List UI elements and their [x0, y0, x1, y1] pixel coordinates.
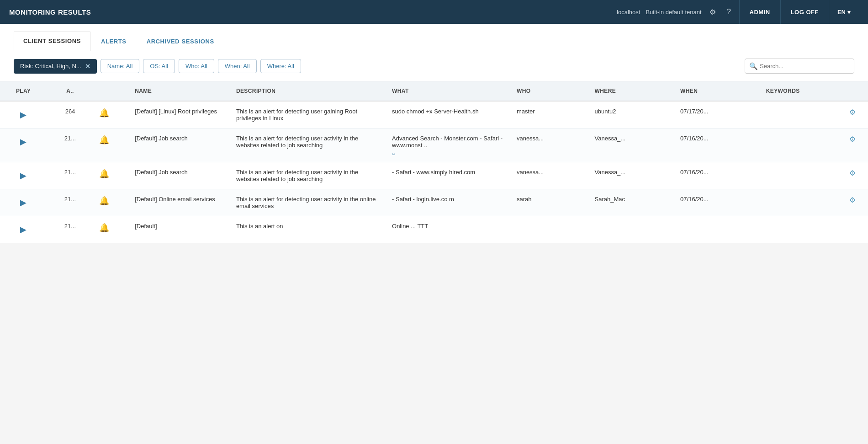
logoff-button[interactable]: LOG OFF [780, 0, 829, 24]
topnav-right: localhost Built-in default tenant ⚙ ? AD… [617, 0, 859, 24]
col-description: DESCRIPTION [231, 81, 386, 101]
who-cell [511, 216, 589, 243]
what-cell: - Safari - www.simply hired.com [386, 162, 511, 189]
gear-cell: ⚙ [837, 189, 868, 216]
keywords-cell [761, 189, 837, 216]
keywords-cell [761, 128, 837, 162]
gear-cell: ⚙ [837, 162, 868, 189]
table-row: ▶21...🔔[Default] Job searchThis is an al… [0, 128, 868, 162]
what-link[interactable]: .. [392, 149, 395, 155]
count-cell: 21... [47, 189, 93, 216]
name-cell: [Default] Job search [129, 128, 231, 162]
what-cell: Online ... TTT [386, 216, 511, 243]
where-filter[interactable]: Where: All [260, 59, 301, 73]
alert-name: [Default] Job search [135, 135, 188, 142]
count-cell: 21... [47, 216, 93, 243]
col-play: PLAY [0, 81, 47, 101]
count-cell: 21... [47, 128, 93, 162]
search-wrapper: 🔍 [745, 59, 854, 74]
gear-icon[interactable]: ⚙ [849, 169, 856, 177]
who-value: vanessa... [517, 169, 544, 176]
col-actions [837, 81, 868, 101]
results-table: PLAY A.. NAME DESCRIPTION WHAT WHO WHERE… [0, 81, 868, 243]
tenant-name: Built-in default tenant [646, 9, 701, 16]
tab-alerts[interactable]: ALERTS [91, 32, 136, 51]
table-row: ▶21...🔔[Default] Online email servicesTh… [0, 189, 868, 216]
where-cell: ubuntu2 [589, 101, 675, 128]
bell-cell: 🔔 [94, 216, 129, 243]
what-cell: Advanced Search - Monster.com - Safari -… [386, 128, 511, 162]
alert-description: This is an alert for detecting user acti… [236, 135, 358, 149]
tab-archived-sessions[interactable]: ARCHIVED SESSIONS [137, 32, 224, 51]
count-cell: 21... [47, 162, 93, 189]
play-cell: ▶ [0, 189, 47, 216]
alert-count: 264 [65, 108, 75, 115]
when-cell: 07/17/20... [675, 101, 761, 128]
os-filter[interactable]: OS: All [143, 59, 175, 73]
play-button[interactable]: ▶ [16, 223, 30, 236]
alert-name: [Default] Job search [135, 169, 188, 176]
what-text: - Safari - www.simply hired.com [392, 169, 475, 176]
settings-icon[interactable]: ⚙ [707, 6, 718, 17]
filters-bar: Risk: Critical, High, N... ✕ Name: All O… [0, 51, 868, 81]
gear-cell: ⚙ [837, 128, 868, 162]
results-table-container: PLAY A.. NAME DESCRIPTION WHAT WHO WHERE… [0, 81, 868, 243]
when-value: 07/17/20... [680, 108, 708, 115]
col-keywords: KEYWORDS [761, 81, 837, 101]
description-cell: This is an alert for detecting user gain… [231, 101, 386, 128]
play-cell: ▶ [0, 162, 47, 189]
col-when: WHEN [675, 81, 761, 101]
bell-icon[interactable]: 🔔 [99, 223, 109, 232]
gear-icon[interactable]: ⚙ [849, 135, 856, 143]
alert-name: [Default] [Linux] Root privileges [135, 108, 217, 115]
who-value: master [517, 108, 535, 115]
when-cell [675, 216, 761, 243]
tabs-bar: CLIENT SESSIONS ALERTS ARCHIVED SESSIONS [0, 24, 868, 51]
alert-name: [Default] Online email services [135, 196, 215, 203]
what-text: Online ... TTT [392, 223, 428, 230]
bell-icon[interactable]: 🔔 [99, 196, 109, 205]
who-cell: sarah [511, 189, 589, 216]
bell-cell: 🔔 [94, 189, 129, 216]
search-icon: 🔍 [749, 62, 758, 70]
help-icon[interactable]: ? [724, 6, 735, 17]
admin-button[interactable]: ADMIN [739, 0, 780, 24]
what-text: sudo chmod +x Server-Health.sh [392, 108, 479, 115]
table-row: ▶21...🔔[Default] Job searchThis is an al… [0, 162, 868, 189]
tab-client-sessions[interactable]: CLIENT SESSIONS [14, 32, 90, 51]
bell-icon[interactable]: 🔔 [99, 169, 109, 178]
description-cell: This is an alert for detecting user acti… [231, 189, 386, 216]
who-filter[interactable]: Who: All [179, 59, 214, 73]
play-button[interactable]: ▶ [16, 169, 30, 182]
when-filter[interactable]: When: All [218, 59, 257, 73]
chevron-down-icon: ▾ [847, 9, 851, 16]
description-cell: This is an alert for detecting user acti… [231, 162, 386, 189]
keywords-cell [761, 101, 837, 128]
where-cell: Sarah_Mac [589, 189, 675, 216]
risk-filter-active[interactable]: Risk: Critical, High, N... ✕ [14, 59, 97, 74]
when-cell: 07/16/20... [675, 128, 761, 162]
gear-cell: ⚙ [837, 101, 868, 128]
table-row: ▶264🔔[Default] [Linux] Root privilegesTh… [0, 101, 868, 128]
who-cell: vanessa... [511, 128, 589, 162]
bell-icon[interactable]: 🔔 [99, 108, 109, 118]
gear-icon[interactable]: ⚙ [849, 108, 856, 116]
name-cell: [Default] Online email services [129, 189, 231, 216]
lang-label: EN [837, 9, 846, 16]
search-input[interactable] [745, 59, 854, 74]
play-button[interactable]: ▶ [16, 108, 30, 122]
alert-name: [Default] [135, 223, 157, 230]
when-value: 07/16/20... [680, 169, 708, 176]
when-cell: 07/16/20... [675, 189, 761, 216]
bell-icon[interactable]: 🔔 [99, 135, 109, 144]
play-button[interactable]: ▶ [16, 135, 30, 149]
gear-icon[interactable]: ⚙ [849, 196, 856, 204]
where-value: Sarah_Mac [594, 196, 625, 203]
play-button[interactable]: ▶ [16, 196, 30, 209]
language-selector[interactable]: EN ▾ [829, 0, 859, 24]
name-filter[interactable]: Name: All [101, 59, 140, 73]
close-icon[interactable]: ✕ [85, 63, 90, 70]
table-header-row: PLAY A.. NAME DESCRIPTION WHAT WHO WHERE… [0, 81, 868, 101]
server-name: localhost [617, 9, 640, 16]
alert-description: This is an alert for detecting user gain… [236, 108, 357, 122]
